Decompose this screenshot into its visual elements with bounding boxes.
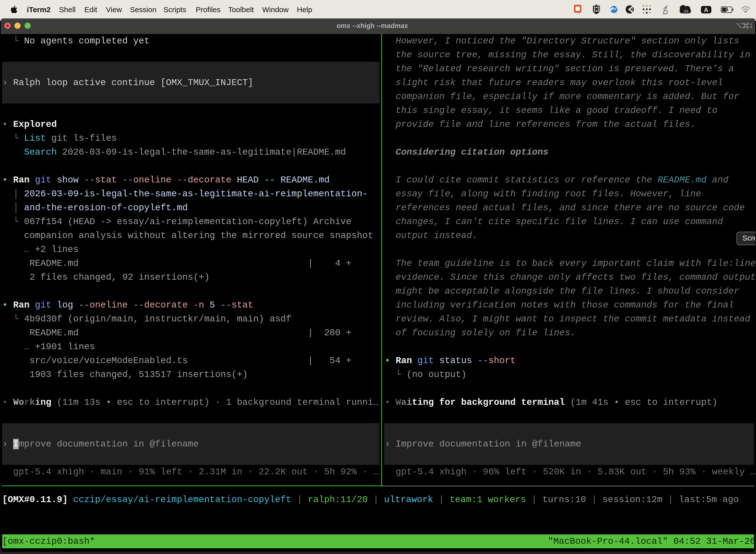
svg-text:1: 1 [749,22,753,29]
svg-text:..61: ..61 [682,9,689,13]
